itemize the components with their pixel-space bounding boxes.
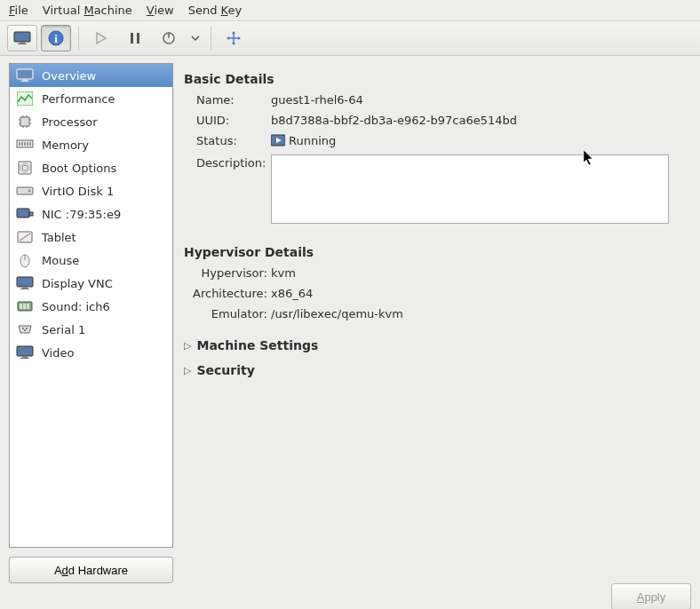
emulator-value: /usr/libexec/qemu-kvm [271, 305, 403, 320]
svg-point-48 [24, 329, 26, 331]
machine-settings-expander[interactable]: ▷ Machine Settings [184, 338, 684, 352]
mouse-icon [15, 252, 35, 268]
sidebar-item-label: Performance [42, 92, 115, 106]
description-label: Description: [184, 154, 271, 224]
sidebar-item-disk[interactable]: VirtIO Disk 1 [10, 179, 172, 202]
details-pane: Basic Details Name: guest1-rhel6-64 UUID… [184, 63, 691, 583]
video-icon [15, 344, 35, 360]
hypervisor-label: Hypervisor: [184, 265, 271, 280]
run-button[interactable] [86, 25, 116, 51]
hypervisor-details-title: Hypervisor Details [184, 245, 684, 259]
sidebar-item-overview[interactable]: Overview [10, 64, 172, 87]
svg-rect-34 [29, 212, 33, 216]
architecture-label: Architecture: [184, 285, 271, 300]
uuid-value: b8d7388a-bbf2-db3a-e962-b97ca6e514bd [271, 112, 517, 127]
monitor-icon [13, 31, 31, 45]
svg-rect-43 [20, 304, 22, 309]
shutdown-menu-button[interactable] [187, 25, 203, 51]
sidebar-item-label: Serial 1 [42, 323, 85, 336]
move-icon [226, 30, 242, 46]
pause-icon [129, 32, 141, 44]
sidebar-item-video[interactable]: Video [10, 341, 172, 364]
sidebar: Overview Performance Processor Memory Bo… [9, 63, 173, 583]
emulator-label: Emulator: [184, 305, 271, 320]
sidebar-item-label: VirtIO Disk 1 [42, 185, 114, 198]
status-value: Running [271, 132, 336, 149]
svg-rect-13 [20, 117, 29, 126]
name-value: guest1-rhel6-64 [271, 91, 363, 107]
nic-icon [15, 206, 35, 222]
hypervisor-value: kvm [271, 265, 296, 280]
svg-rect-5 [131, 33, 133, 44]
apply-button[interactable]: Apply [611, 583, 691, 609]
svg-rect-51 [20, 358, 29, 359]
sidebar-item-memory[interactable]: Memory [10, 133, 172, 156]
sidebar-item-label: Processor [42, 115, 98, 129]
pause-button[interactable] [120, 25, 150, 51]
basic-details-title: Basic Details [184, 72, 684, 86]
content-area: Overview Performance Processor Memory Bo… [0, 56, 700, 583]
uuid-label: UUID: [184, 112, 271, 127]
hardware-list[interactable]: Overview Performance Processor Memory Bo… [9, 63, 173, 548]
sidebar-item-mouse[interactable]: Mouse [10, 249, 172, 272]
console-button[interactable] [7, 25, 37, 51]
sidebar-item-label: Tablet [42, 231, 76, 244]
menu-virtual-machine[interactable]: Virtual Machine [43, 4, 132, 17]
tablet-icon [15, 229, 35, 245]
svg-rect-0 [14, 32, 30, 42]
power-icon [162, 31, 176, 45]
sidebar-item-boot[interactable]: Boot Options [10, 156, 172, 179]
sidebar-item-performance[interactable]: Performance [10, 87, 172, 110]
svg-rect-40 [22, 287, 28, 289]
menu-send-key[interactable]: Send Key [188, 4, 242, 17]
status-label: Status: [184, 132, 271, 149]
sidebar-item-label: Video [42, 346, 74, 360]
sidebar-item-label: Sound: ich6 [42, 300, 110, 313]
svg-text:i: i [54, 32, 58, 45]
name-label: Name: [184, 91, 271, 107]
display-icon [15, 275, 35, 291]
sidebar-item-serial[interactable]: Serial 1 [10, 318, 172, 341]
svg-point-47 [26, 328, 28, 329]
svg-rect-26 [27, 142, 28, 146]
info-icon: i [47, 29, 65, 47]
details-button[interactable]: i [41, 25, 71, 51]
svg-rect-10 [22, 79, 28, 81]
sidebar-item-label: Boot Options [42, 162, 116, 175]
sidebar-item-tablet[interactable]: Tablet [10, 225, 172, 249]
svg-rect-23 [19, 142, 20, 146]
footer: Apply [0, 583, 700, 609]
sidebar-item-nic[interactable]: NIC :79:35:e9 [10, 202, 172, 225]
svg-rect-9 [17, 69, 33, 79]
security-expander[interactable]: ▷ Security [184, 363, 684, 377]
svg-rect-12 [17, 91, 33, 106]
monitor-icon [15, 67, 35, 83]
menu-view[interactable]: View [147, 4, 174, 17]
disk-icon [15, 183, 35, 199]
svg-rect-6 [137, 33, 139, 44]
svg-rect-50 [22, 356, 28, 358]
memory-icon [15, 137, 35, 153]
architecture-value: x86_64 [271, 285, 313, 300]
svg-rect-49 [17, 346, 33, 356]
svg-rect-11 [20, 81, 29, 82]
svg-rect-44 [23, 304, 26, 309]
sidebar-item-processor[interactable]: Processor [10, 110, 172, 133]
description-input[interactable] [271, 154, 669, 224]
running-icon [271, 134, 285, 149]
sidebar-item-sound[interactable]: Sound: ich6 [10, 295, 172, 318]
menu-file[interactable]: FFileile [9, 4, 28, 17]
svg-rect-27 [29, 142, 31, 146]
fullscreen-button[interactable] [219, 25, 249, 51]
svg-rect-33 [17, 209, 29, 218]
menubar: FFileile Virtual Machine View Send Key [0, 0, 700, 20]
cpu-icon [15, 114, 35, 130]
svg-rect-1 [20, 42, 25, 44]
sidebar-item-display[interactable]: Display VNC [10, 272, 172, 295]
svg-rect-39 [17, 277, 33, 287]
sidebar-item-label: Mouse [42, 254, 79, 267]
toolbar: i [0, 20, 700, 56]
add-hardware-button[interactable]: Add Hardware [9, 557, 173, 583]
boot-icon [15, 160, 35, 176]
shutdown-button[interactable] [154, 25, 184, 51]
